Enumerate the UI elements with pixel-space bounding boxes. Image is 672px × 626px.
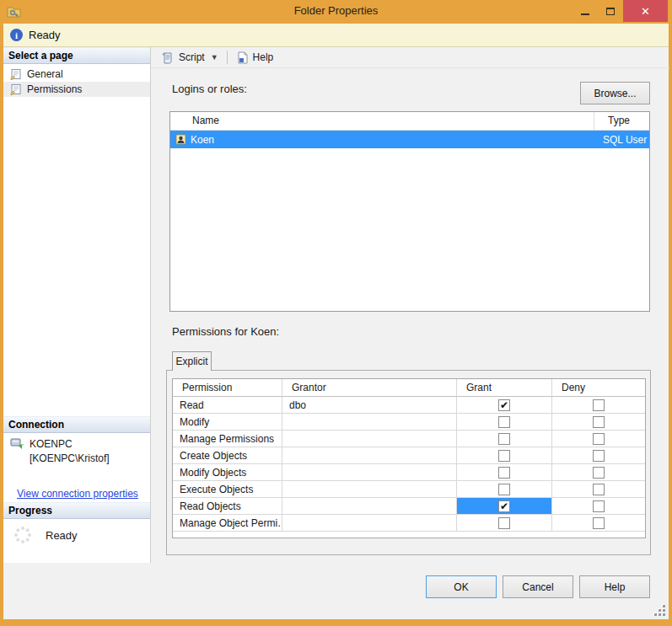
grant-checkbox[interactable]: ✔ xyxy=(498,500,510,512)
grant-cell xyxy=(457,515,552,532)
permission-name-cell: Read Objects xyxy=(173,498,282,515)
table-row[interactable]: KoenSQL User xyxy=(170,131,649,148)
column-grantor[interactable]: Grantor xyxy=(282,379,457,397)
deny-cell xyxy=(552,464,645,481)
script-button[interactable]: Script ▼ xyxy=(158,50,223,66)
grant-checkbox[interactable] xyxy=(498,484,510,495)
permission-name-cell: Create Objects xyxy=(173,447,282,464)
connection-header: Connection xyxy=(3,416,150,433)
maximize-button[interactable] xyxy=(599,0,621,22)
grantor-cell xyxy=(282,464,457,481)
table-row[interactable]: Readdbo✔ xyxy=(173,397,645,414)
deny-cell xyxy=(552,481,645,498)
grantor-cell: dbo xyxy=(282,397,457,414)
column-grant[interactable]: Grant xyxy=(457,379,552,397)
deny-checkbox[interactable] xyxy=(593,450,605,462)
window-title: Folder Properties xyxy=(0,4,672,17)
connection-info: KOENPC [KOENPC\Kristof] xyxy=(30,437,110,466)
permission-name-cell: Read xyxy=(173,397,282,414)
grant-cell xyxy=(457,481,552,498)
deny-cell xyxy=(552,397,645,414)
progress-status: Ready xyxy=(46,529,78,542)
explicit-tab-panel: Permission Grantor Grant Deny Readdbo✔Mo… xyxy=(166,370,651,555)
server-icon xyxy=(10,437,24,451)
grant-checkbox[interactable]: ✔ xyxy=(498,399,510,411)
script-icon xyxy=(162,51,175,64)
status-bar: i Ready xyxy=(3,24,669,47)
table-row[interactable]: Manage Object Permi… xyxy=(173,515,645,532)
sidebar-item-label: Permissions xyxy=(27,83,82,95)
table-row[interactable]: Read Objects✔ xyxy=(173,498,645,515)
column-deny[interactable]: Deny xyxy=(552,379,645,397)
grant-checkbox[interactable] xyxy=(498,517,510,529)
grant-checkbox[interactable] xyxy=(498,416,510,428)
user-icon xyxy=(175,134,186,145)
deny-checkbox[interactable] xyxy=(593,433,605,445)
grant-cell xyxy=(457,414,552,431)
maximize-icon xyxy=(606,8,615,15)
grant-cell: ✔ xyxy=(457,498,552,515)
connection-block: KOENPC [KOENPC\Kristof] View connection … xyxy=(3,434,150,500)
deny-checkbox[interactable] xyxy=(593,399,605,411)
spinner-icon xyxy=(13,526,32,544)
logins-column-name[interactable]: Name xyxy=(170,112,594,130)
title-bar: Folder Properties ✕ xyxy=(0,0,672,24)
progress-header: Progress xyxy=(3,502,150,519)
ok-button[interactable]: OK xyxy=(426,575,497,598)
grant-cell xyxy=(457,464,552,481)
page-icon xyxy=(10,83,22,95)
deny-checkbox[interactable] xyxy=(593,517,605,529)
table-row[interactable]: Modify Objects xyxy=(173,464,645,481)
dialog-window: Folder Properties ✕ i Ready Select a pag… xyxy=(0,0,672,626)
connection-server: KOENPC xyxy=(30,437,110,452)
connection-user: [KOENPC\Kristof] xyxy=(30,452,110,466)
toolbar-separator xyxy=(227,51,228,64)
deny-cell xyxy=(552,447,645,464)
cancel-button[interactable]: Cancel xyxy=(503,575,573,598)
progress-block: Ready xyxy=(3,519,150,544)
permissions-grid-header: Permission Grantor Grant Deny xyxy=(173,379,645,397)
table-row[interactable]: Manage Permissions xyxy=(173,431,645,447)
permission-name-cell: Manage Object Permi… xyxy=(173,515,282,532)
help-button[interactable]: Help xyxy=(579,575,650,598)
minimize-icon xyxy=(581,13,589,15)
main-panel: Script ▼ Help Logins or roles: Browse...… xyxy=(150,47,669,563)
resize-grip-icon[interactable] xyxy=(653,604,665,616)
permissions-grid[interactable]: Permission Grantor Grant Deny Readdbo✔Mo… xyxy=(172,378,646,538)
deny-checkbox[interactable] xyxy=(593,500,605,512)
grant-checkbox[interactable] xyxy=(498,467,510,479)
sidebar-item-permissions[interactable]: Permissions xyxy=(3,82,150,97)
close-button[interactable]: ✕ xyxy=(623,0,668,22)
help-toolbar-label: Help xyxy=(253,51,274,63)
view-connection-properties-link[interactable]: View connection properties xyxy=(17,488,138,500)
deny-checkbox[interactable] xyxy=(593,467,605,479)
logins-column-type[interactable]: Type xyxy=(594,112,649,130)
sidebar-item-general[interactable]: General xyxy=(3,67,150,82)
permission-name-cell: Manage Permissions xyxy=(173,431,282,447)
help-toolbar-button[interactable]: Help xyxy=(232,50,278,66)
grant-checkbox[interactable] xyxy=(498,450,510,462)
grant-checkbox[interactable] xyxy=(498,433,510,445)
permission-name-cell: Execute Objects xyxy=(173,481,282,498)
page-icon xyxy=(10,68,22,80)
logins-list[interactable]: Name Type KoenSQL User xyxy=(169,111,650,312)
table-row[interactable]: Execute Objects xyxy=(173,481,645,498)
help-icon xyxy=(236,51,249,64)
deny-checkbox[interactable] xyxy=(593,484,605,495)
table-row[interactable]: Modify xyxy=(173,414,645,431)
toolbar: Script ▼ Help xyxy=(151,47,669,68)
minimize-button[interactable] xyxy=(574,0,596,22)
deny-cell xyxy=(552,431,645,447)
deny-cell xyxy=(552,414,645,431)
login-type: SQL User xyxy=(594,134,649,146)
column-permission[interactable]: Permission xyxy=(173,379,282,397)
table-row[interactable]: Create Objects xyxy=(173,447,645,464)
status-text: Ready xyxy=(29,29,61,41)
info-icon: i xyxy=(10,29,23,41)
grant-cell xyxy=(457,431,552,447)
deny-checkbox[interactable] xyxy=(593,416,605,428)
tab-explicit[interactable]: Explicit xyxy=(172,351,212,371)
browse-button[interactable]: Browse... xyxy=(580,82,650,104)
grantor-cell xyxy=(282,481,457,498)
login-name-cell: Koen xyxy=(170,134,594,146)
